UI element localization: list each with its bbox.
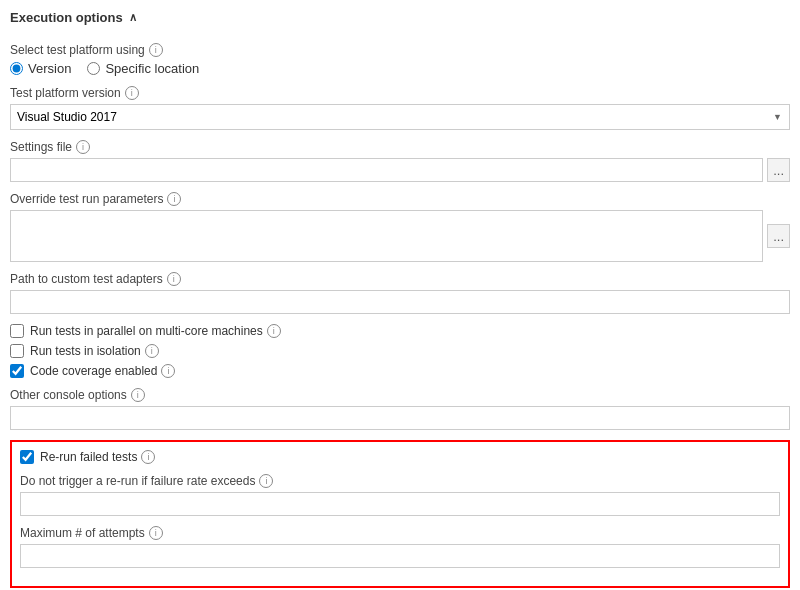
checkboxes-group: Run tests in parallel on multi-core mach… [10, 324, 790, 378]
test-platform-version-label: Test platform version i [10, 86, 790, 100]
test-platform-version-select[interactable]: Visual Studio 2017 Visual Studio 2019 Vi… [10, 104, 790, 130]
rerun-failed-tests-label: Re-run failed tests i [40, 450, 155, 464]
override-params-group: Override test run parameters i ... [10, 192, 790, 262]
version-radio-option[interactable]: Version [10, 61, 71, 76]
settings-file-dots-button[interactable]: ... [767, 158, 790, 182]
rerun-failed-tests-checkbox[interactable] [20, 450, 34, 464]
failure-rate-info-icon: i [259, 474, 273, 488]
code-coverage-info-icon: i [161, 364, 175, 378]
run-parallel-checkbox-option[interactable]: Run tests in parallel on multi-core mach… [10, 324, 790, 338]
other-console-options-label: Other console options i [10, 388, 790, 402]
run-parallel-info-icon: i [267, 324, 281, 338]
specific-location-radio-option[interactable]: Specific location [87, 61, 199, 76]
select-platform-label: Select test platform using i [10, 43, 790, 57]
run-isolation-checkbox[interactable] [10, 344, 24, 358]
settings-file-info-icon: i [76, 140, 90, 154]
select-platform-info-icon: i [149, 43, 163, 57]
failure-rate-group: Do not trigger a re-run if failure rate … [20, 474, 780, 516]
code-coverage-checkbox[interactable] [10, 364, 24, 378]
custom-adapters-label: Path to custom test adapters i [10, 272, 790, 286]
custom-adapters-input[interactable] [10, 290, 790, 314]
specific-location-radio[interactable] [87, 62, 100, 75]
override-params-input-wrapper: ... [10, 210, 790, 262]
settings-file-input-wrapper: ... [10, 158, 790, 182]
code-coverage-checkbox-option[interactable]: Code coverage enabled i [10, 364, 790, 378]
other-console-options-input[interactable]: /Inlsolation [10, 406, 790, 430]
section-title: Execution options [10, 10, 123, 25]
test-platform-version-group: Test platform version i Visual Studio 20… [10, 86, 790, 130]
version-radio[interactable] [10, 62, 23, 75]
max-attempts-input[interactable]: 3 [20, 544, 780, 568]
run-parallel-label: Run tests in parallel on multi-core mach… [30, 324, 281, 338]
rerun-failed-tests-group: Re-run failed tests i [20, 450, 780, 464]
section-header: Execution options ∧ [10, 10, 790, 31]
other-console-options-group: Other console options i /Inlsolation [10, 388, 790, 430]
override-params-textarea[interactable] [10, 210, 763, 262]
override-params-label: Override test run parameters i [10, 192, 790, 206]
settings-file-group: Settings file i ... [10, 140, 790, 182]
max-attempts-label: Maximum # of attempts i [20, 526, 780, 540]
rerun-section: Re-run failed tests i Do not trigger a r… [10, 440, 790, 588]
custom-adapters-group: Path to custom test adapters i [10, 272, 790, 314]
code-coverage-label: Code coverage enabled i [30, 364, 175, 378]
max-attempts-group: Maximum # of attempts i 3 [20, 526, 780, 568]
execution-options-section: Execution options ∧ Select test platform… [10, 10, 790, 588]
settings-file-input[interactable] [10, 158, 763, 182]
max-attempts-info-icon: i [149, 526, 163, 540]
platform-radio-group: Version Specific location [10, 61, 790, 76]
override-params-info-icon: i [167, 192, 181, 206]
run-isolation-info-icon: i [145, 344, 159, 358]
run-parallel-checkbox[interactable] [10, 324, 24, 338]
rerun-failed-tests-checkbox-option[interactable]: Re-run failed tests i [20, 450, 780, 464]
rerun-failed-tests-info-icon: i [141, 450, 155, 464]
override-params-dots-button[interactable]: ... [767, 224, 790, 248]
other-console-info-icon: i [131, 388, 145, 402]
run-isolation-checkbox-option[interactable]: Run tests in isolation i [10, 344, 790, 358]
settings-file-label: Settings file i [10, 140, 790, 154]
test-platform-version-wrapper: Visual Studio 2017 Visual Studio 2019 Vi… [10, 104, 790, 130]
failure-rate-input[interactable]: 80 [20, 492, 780, 516]
select-test-platform-group: Select test platform using i Version Spe… [10, 43, 790, 76]
test-platform-version-info-icon: i [125, 86, 139, 100]
run-isolation-label: Run tests in isolation i [30, 344, 159, 358]
custom-adapters-info-icon: i [167, 272, 181, 286]
failure-rate-label: Do not trigger a re-run if failure rate … [20, 474, 780, 488]
collapse-chevron[interactable]: ∧ [129, 11, 137, 24]
